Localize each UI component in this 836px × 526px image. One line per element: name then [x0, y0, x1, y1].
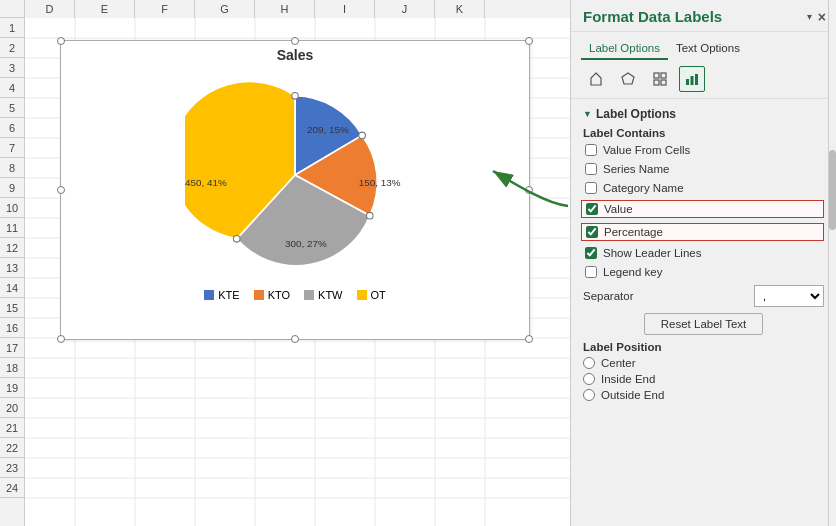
- legend-color-kto: [254, 290, 264, 300]
- spreadsheet: D E F G H I J K 123 456 789 101112 13141…: [0, 0, 570, 526]
- center-label: Center: [601, 357, 636, 369]
- separator-row: Separator , ; (New Line): [583, 285, 824, 307]
- legend-label-ktw: KTW: [318, 289, 342, 301]
- handle-tr[interactable]: [525, 37, 533, 45]
- cells-area[interactable]: Sales 209, 15%: [25, 18, 570, 526]
- value-checkbox[interactable]: [586, 203, 598, 215]
- scrollbar-track[interactable]: [828, 0, 836, 526]
- bar-chart-icon-btn[interactable]: [679, 66, 705, 92]
- fill-icon: [588, 71, 604, 87]
- percentage-label: Percentage: [604, 226, 663, 238]
- pie-handle[interactable]: [292, 93, 299, 100]
- svg-rect-37: [661, 80, 666, 85]
- tab-label-options[interactable]: Label Options: [581, 38, 668, 60]
- tab-text-options[interactable]: Text Options: [668, 38, 748, 60]
- legend-label-kte: KTE: [218, 289, 239, 301]
- col-header-I[interactable]: I: [315, 0, 375, 18]
- col-header-J[interactable]: J: [375, 0, 435, 18]
- separator-select[interactable]: , ; (New Line): [754, 285, 824, 307]
- series-name-checkbox[interactable]: [585, 163, 597, 175]
- show-leader-lines-row: Show Leader Lines: [583, 246, 824, 260]
- show-leader-lines-checkbox[interactable]: [585, 247, 597, 259]
- col-header-E[interactable]: E: [75, 0, 135, 18]
- handle-tm[interactable]: [291, 37, 299, 45]
- pie-chart: 209, 15% 150, 13% 300, 27% 450, 41%: [185, 75, 405, 275]
- panel-close-button[interactable]: ×: [818, 9, 826, 25]
- legend-item-ot: OT: [357, 289, 386, 301]
- row-numbers: 123 456 789 101112 131415 161718 192021 …: [0, 18, 25, 526]
- reset-label-text-button[interactable]: Reset Label Text: [644, 313, 763, 335]
- pie-handle[interactable]: [359, 132, 366, 139]
- slice-label-ktw: 300, 27%: [285, 238, 327, 249]
- legend-color-ot: [357, 290, 367, 300]
- panel-header-icons: ▾ ×: [807, 9, 826, 25]
- fill-icon-btn[interactable]: [583, 66, 609, 92]
- legend-item-ktw: KTW: [304, 289, 342, 301]
- legend-item-kto: KTO: [254, 289, 290, 301]
- value-from-cells-checkbox[interactable]: [585, 144, 597, 156]
- pentagon-icon-btn[interactable]: [615, 66, 641, 92]
- legend-item-kte: KTE: [204, 289, 239, 301]
- pie-handle[interactable]: [233, 236, 240, 243]
- legend-label-kto: KTO: [268, 289, 290, 301]
- panel-dropdown-icon[interactable]: ▾: [807, 11, 812, 22]
- col-header-G[interactable]: G: [195, 0, 255, 18]
- outside-end-label: Outside End: [601, 389, 664, 401]
- series-name-label: Series Name: [603, 163, 669, 175]
- category-name-checkbox[interactable]: [585, 182, 597, 194]
- arrow-svg: [488, 166, 570, 216]
- inside-end-radio[interactable]: [583, 373, 595, 385]
- svg-rect-40: [695, 74, 698, 85]
- panel-title: Format Data Labels: [583, 8, 722, 25]
- pie-handle[interactable]: [367, 212, 374, 219]
- value-label: Value: [604, 203, 633, 215]
- col-header-D[interactable]: D: [25, 0, 75, 18]
- slice-label-kto: 150, 13%: [359, 177, 401, 188]
- handle-bl[interactable]: [57, 335, 65, 343]
- chart-container[interactable]: Sales 209, 15%: [60, 40, 530, 340]
- svg-rect-38: [686, 79, 689, 85]
- percentage-checkbox[interactable]: [586, 226, 598, 238]
- show-leader-lines-label: Show Leader Lines: [603, 247, 701, 259]
- value-from-cells-row: Value From Cells: [583, 143, 824, 157]
- label-position-title: Label Position: [583, 341, 824, 353]
- handle-tl[interactable]: [57, 37, 65, 45]
- section-triangle: ▼: [583, 109, 592, 119]
- legend-key-checkbox[interactable]: [585, 266, 597, 278]
- chart-legend: KTE KTO KTW OT: [61, 285, 529, 305]
- arrow-container: [488, 166, 570, 219]
- value-row: Value: [581, 200, 824, 218]
- col-header-F[interactable]: F: [135, 0, 195, 18]
- panel-icons-row: [571, 60, 836, 99]
- grid-icon: [652, 71, 668, 87]
- center-radio[interactable]: [583, 357, 595, 369]
- category-name-row: Category Name: [583, 181, 824, 195]
- svg-rect-39: [691, 76, 694, 85]
- legend-label-ot: OT: [371, 289, 386, 301]
- label-options-section[interactable]: ▼ Label Options: [583, 107, 824, 121]
- handle-bm[interactable]: [291, 335, 299, 343]
- label-contains-label: Label Contains: [583, 127, 824, 139]
- percentage-row: Percentage: [581, 223, 824, 241]
- bar-chart-icon: [684, 71, 700, 87]
- handle-br[interactable]: [525, 335, 533, 343]
- section-title: Label Options: [596, 107, 676, 121]
- outside-end-radio[interactable]: [583, 389, 595, 401]
- panel-content[interactable]: ▼ Label Options Label Contains Value Fro…: [571, 99, 836, 526]
- svg-rect-36: [654, 80, 659, 85]
- pentagon-icon: [620, 71, 636, 87]
- col-header-H[interactable]: H: [255, 0, 315, 18]
- inside-end-radio-row: Inside End: [583, 373, 824, 385]
- legend-key-row: Legend key: [583, 265, 824, 279]
- slice-label-ot: 450, 41%: [185, 177, 227, 188]
- col-header-K[interactable]: K: [435, 0, 485, 18]
- value-from-cells-label: Value From Cells: [603, 144, 690, 156]
- format-panel: Format Data Labels ▾ × Label Options Tex…: [570, 0, 836, 526]
- grid-icon-btn[interactable]: [647, 66, 673, 92]
- svg-marker-33: [622, 73, 634, 84]
- scrollbar-thumb[interactable]: [829, 150, 836, 230]
- center-radio-row: Center: [583, 357, 824, 369]
- svg-rect-35: [661, 73, 666, 78]
- series-name-row: Series Name: [583, 162, 824, 176]
- outside-end-radio-row: Outside End: [583, 389, 824, 401]
